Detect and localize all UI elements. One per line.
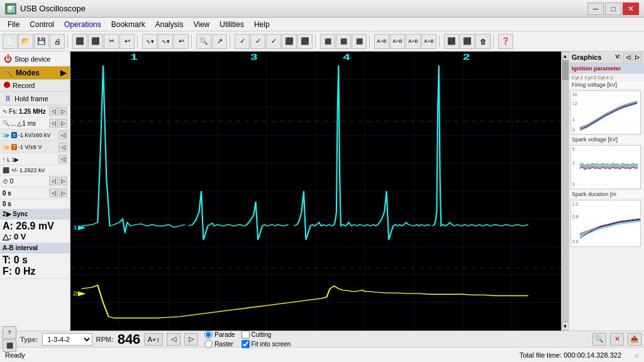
tb-back[interactable]: ↩: [174, 34, 189, 49]
channel1-row[interactable]: 1▶ 8 -1 kV/±60 kV ◁: [0, 129, 70, 141]
v-label: V:: [613, 53, 623, 62]
hold-frame-label: Hold frame: [14, 95, 48, 102]
rp-left-arrow[interactable]: ◁: [623, 53, 632, 62]
resize-handle[interactable]: ⊿: [634, 351, 639, 358]
scroll-down-button[interactable]: ▼: [562, 322, 569, 331]
tb-print[interactable]: 🖨: [50, 34, 65, 49]
menu-utilities[interactable]: Utilities: [214, 19, 249, 30]
modes-button[interactable]: 🔨 Modes ▶: [0, 67, 70, 80]
fs-arrows[interactable]: ◁ ▷: [49, 107, 67, 116]
a-arrows[interactable]: ◁ ▷: [49, 189, 67, 197]
trig-icon2: ⬛: [3, 167, 9, 173]
tb-scope3[interactable]: ⬛: [352, 34, 367, 49]
tb-help[interactable]: ❓: [498, 34, 513, 49]
time-arrows[interactable]: ◁ ▷: [49, 119, 67, 128]
channel2-row[interactable]: 2▶ 7 -1 V/±6 V ◁: [0, 141, 70, 153]
type-dropdown[interactable]: 1-3-4-2: [42, 333, 92, 346]
record-button[interactable]: Record: [0, 80, 70, 92]
bottom-toolbar: ? ⬛ Type: 1-3-4-2 RPM: 846 A+↕ ◁ ▷ Parad…: [0, 331, 644, 347]
ch1-arrow[interactable]: ◁: [58, 131, 67, 140]
scope-scrollbar[interactable]: ▲ ▼: [561, 52, 569, 331]
parade-label: Parade: [214, 331, 235, 338]
tb-stop2[interactable]: ⬛: [3, 339, 16, 352]
menu-analysis[interactable]: Analysis: [150, 19, 189, 30]
tb-del2[interactable]: ⬛: [460, 34, 475, 49]
tb-scope[interactable]: ⬛: [320, 34, 335, 49]
time-up-arrow[interactable]: ▷: [58, 119, 67, 128]
ignition-param-tab[interactable]: Ignition parameter: [569, 63, 644, 74]
menu-view[interactable]: View: [188, 19, 214, 30]
cutting-checkbox[interactable]: [242, 331, 250, 339]
raster-radio-label[interactable]: Raster: [204, 340, 235, 348]
tb-save[interactable]: 💾: [34, 34, 49, 49]
delete-button[interactable]: ✕: [610, 333, 624, 346]
prev-button[interactable]: ◁: [167, 333, 180, 346]
fit-button[interactable]: A+↕: [144, 333, 163, 346]
fit-checkbox[interactable]: [242, 340, 250, 348]
time-value: △1 ms: [17, 120, 36, 127]
next-button[interactable]: ▷: [184, 333, 198, 346]
tb-stop[interactable]: ⬛: [282, 34, 297, 49]
tb-undo[interactable]: ↩: [119, 34, 135, 49]
tb-new[interactable]: 📄: [3, 34, 18, 49]
tb-del3[interactable]: 🗑: [475, 34, 491, 49]
svg-text:0.8: 0.8: [572, 214, 579, 219]
hold-frame-button[interactable]: ⏸ Hold frame: [0, 92, 70, 106]
tb-ab3[interactable]: A+B: [406, 34, 421, 49]
svg-text:0: 0: [572, 182, 575, 187]
maximize-button[interactable]: □: [605, 3, 621, 15]
menu-file[interactable]: File: [3, 19, 25, 30]
export-button[interactable]: 📤: [628, 333, 641, 346]
scope-area[interactable]: 1 3 4 2 1▶: [70, 52, 561, 331]
chart3: 1.2 0.8 0.0: [570, 200, 641, 247]
tb-ab2[interactable]: A+B: [390, 34, 405, 49]
tb-copy[interactable]: ⬛: [72, 34, 87, 49]
scroll-thumb[interactable]: [562, 61, 569, 80]
tb-wave[interactable]: ∿▾: [142, 34, 157, 49]
tb-cursor[interactable]: ↗: [212, 34, 227, 49]
stop-device-button[interactable]: ⏻ Stop device: [0, 52, 70, 67]
tb-del1[interactable]: ⬛: [444, 34, 459, 49]
tb-check2[interactable]: ✓: [250, 34, 265, 49]
tb-cut[interactable]: ✂: [104, 34, 119, 49]
tb-wave2[interactable]: ∿▾: [158, 34, 173, 49]
trigger-row: ↑ L 1▶ ◁: [0, 153, 70, 165]
menu-operations[interactable]: Operations: [59, 19, 106, 30]
tb-zoom[interactable]: 🔍: [196, 34, 211, 49]
a-up[interactable]: ▷: [58, 189, 67, 197]
raster-radio[interactable]: [204, 340, 213, 348]
time-down-arrow[interactable]: ◁: [49, 119, 58, 128]
help-button[interactable]: ?: [3, 326, 16, 339]
cutting-checkbox-label[interactable]: Cutting: [242, 331, 291, 339]
raster-label: Raster: [214, 341, 233, 348]
fit-checkbox-label[interactable]: Fit into screen: [242, 340, 291, 348]
tb-measure[interactable]: ⬛: [297, 34, 313, 49]
close-button[interactable]: ✕: [623, 3, 639, 15]
tb-paste[interactable]: ⬛: [88, 34, 103, 49]
menu-help[interactable]: Help: [249, 19, 275, 30]
trig-label: L 1▶: [7, 156, 19, 163]
fs-up-arrow[interactable]: ▷: [58, 107, 67, 116]
tb-scope2[interactable]: ⬛: [336, 34, 351, 49]
trig-arrow[interactable]: ◁: [58, 155, 67, 163]
ch2-arrow[interactable]: ◁: [58, 143, 67, 151]
minimize-button[interactable]: ─: [587, 3, 604, 15]
scroll-up-button[interactable]: ▲: [562, 52, 569, 60]
tb-check1[interactable]: ✓: [235, 34, 250, 49]
fs-down-arrow[interactable]: ◁: [49, 107, 58, 116]
total-file-time: Total file time: 000:00:14.328.322: [519, 351, 621, 359]
parade-radio-label[interactable]: Parade: [204, 331, 235, 339]
delay-arrows[interactable]: ◁ ▷: [49, 177, 67, 185]
delay-up[interactable]: ▷: [58, 177, 67, 185]
menu-bookmark[interactable]: Bookmark: [106, 19, 150, 30]
menu-control[interactable]: Control: [25, 19, 59, 30]
tb-ab4[interactable]: A+B: [421, 34, 436, 49]
a-down[interactable]: ◁: [49, 189, 58, 197]
parade-radio[interactable]: [204, 331, 213, 339]
tb-ab1[interactable]: A+B: [374, 34, 389, 49]
rp-right-arrow[interactable]: ▷: [633, 53, 641, 62]
tb-open[interactable]: 📂: [18, 34, 33, 49]
delay-down[interactable]: ◁: [49, 177, 58, 185]
tb-check3[interactable]: ✓: [266, 34, 281, 49]
search-button[interactable]: 🔍: [592, 333, 606, 346]
